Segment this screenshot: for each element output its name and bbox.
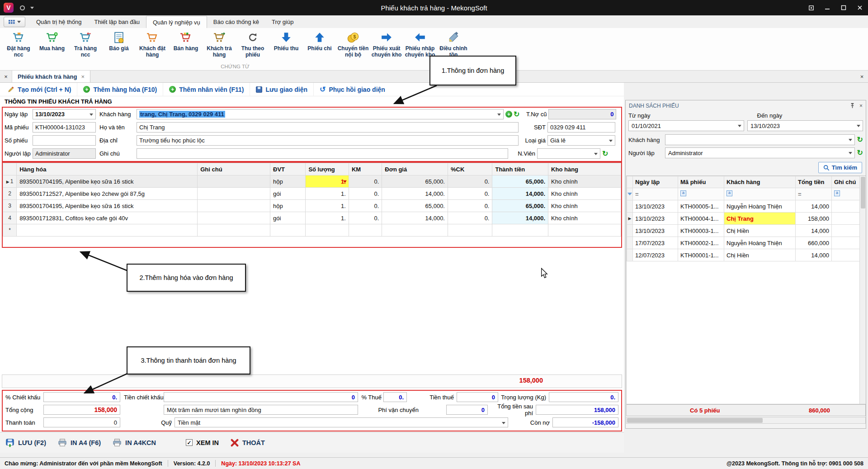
col-customer[interactable]: Khách hàng bbox=[724, 176, 796, 188]
toolbar-thu-theo-phieu[interactable]: Thu theo phiếu bbox=[236, 29, 269, 58]
toolbar-phieu-nhap-chuyen-kho[interactable]: Phiếu nhập chuyển kho bbox=[403, 29, 437, 58]
vertical-scrollbar[interactable] bbox=[859, 176, 866, 404]
close-all-tabs-button[interactable]: × bbox=[0, 71, 12, 82]
shipping-field[interactable]: 0 bbox=[446, 405, 488, 415]
maximize-button[interactable] bbox=[835, 0, 852, 15]
tab-quan-ly-nghiep-vu[interactable]: Quản lý nghiệp vụ bbox=[146, 16, 207, 28]
toolbar-khach-tra-hang[interactable]: Khách trả hàng bbox=[203, 29, 236, 58]
toolbar-khach-dat-hang[interactable]: Khách đặt hàng bbox=[136, 29, 169, 58]
toolbar-chuyen-tien-noi-bo[interactable]: $ Chuyển tiền nội bộ bbox=[336, 29, 370, 58]
col-ck[interactable]: %CK bbox=[448, 163, 492, 175]
name-field[interactable]: Chị Trang bbox=[137, 122, 519, 133]
item-row-3[interactable]: 3 8935001704195, Alpenlibe kẹo sữa 16 st… bbox=[3, 200, 621, 212]
toolbar-tra-hang-ncc[interactable]: Trả hàng ncc bbox=[69, 29, 102, 58]
note-field[interactable] bbox=[137, 148, 508, 159]
filter-row[interactable]: = = bbox=[627, 188, 860, 200]
fund-combo[interactable]: Tiền mặt bbox=[175, 417, 508, 427]
add-staff-button[interactable]: + Thêm nhân viên (F11) bbox=[163, 83, 250, 96]
chevron-down-icon[interactable] bbox=[30, 7, 34, 9]
tax-pct-field[interactable]: 0. bbox=[383, 392, 407, 402]
refresh-staff-icon[interactable]: ↻ bbox=[602, 150, 608, 157]
refresh-customer-filter-icon[interactable]: ↻ bbox=[857, 136, 863, 143]
new-item-row[interactable]: * bbox=[3, 224, 621, 237]
item-row-2[interactable]: 2 8935001712527, Alpenlibe kẹo 2chew gói… bbox=[3, 188, 621, 200]
exit-button[interactable]: THOÁT bbox=[231, 439, 265, 447]
col-note[interactable]: Ghi chú bbox=[832, 176, 860, 188]
staff-combo[interactable] bbox=[537, 148, 600, 159]
col-product[interactable]: Hàng hóa bbox=[17, 163, 198, 175]
window-title: Phiếu khách trả hàng - MekongSoft bbox=[0, 4, 868, 12]
to-date-picker[interactable]: 13/10/2023 bbox=[747, 120, 863, 131]
toolbar-bao-gia[interactable]: Báo giá bbox=[102, 29, 136, 58]
col-note[interactable]: Ghi chú bbox=[198, 163, 270, 175]
add-product-button[interactable]: + Thêm hàng hóa (F10) bbox=[77, 83, 163, 96]
tab-bao-cao-thong-ke[interactable]: Báo cáo thống kê bbox=[207, 16, 265, 28]
checkbox-checked-icon[interactable]: ✓ bbox=[186, 439, 193, 446]
toolbar-phieu-chi[interactable]: Phiếu chi bbox=[303, 29, 336, 58]
close-button[interactable] bbox=[852, 0, 868, 15]
save-layout-button[interactable]: Lưu giao diện bbox=[250, 83, 313, 96]
tabstrip-close-icon[interactable]: × bbox=[856, 71, 868, 82]
save-button[interactable]: LƯU (F2) bbox=[5, 438, 46, 447]
col-qty[interactable]: Số lượng bbox=[306, 163, 349, 175]
col-amount[interactable]: Thành tiền bbox=[492, 163, 548, 175]
panel-close-icon[interactable]: × bbox=[859, 103, 863, 109]
item-row-1[interactable]: ▶1 8935001704195, Alpenlibe kẹo sữa 16 s… bbox=[3, 175, 621, 188]
scrollbar-thumb[interactable] bbox=[861, 177, 865, 208]
receipt-row-1[interactable]: 13/10/2023 KTH00005-1... Nguyễn Hoàng Th… bbox=[627, 200, 860, 213]
restore-layout-button[interactable]: ↺ Phục hồi giao diện bbox=[313, 83, 391, 96]
new-button[interactable]: Tạo mới (Ctrl + N) bbox=[2, 83, 77, 96]
print-a4kcn-button[interactable]: IN A4KCN bbox=[113, 439, 156, 447]
discount-pct-field[interactable]: 0. bbox=[43, 392, 120, 402]
scrollbar-thumb[interactable] bbox=[627, 418, 763, 423]
item-row-4[interactable]: 4 8935001712831, Cofitos kẹo cafe gói 40… bbox=[3, 212, 621, 224]
col-price[interactable]: Đơn giá bbox=[382, 163, 448, 175]
discount-amt-field[interactable]: 0 bbox=[164, 392, 358, 402]
phone-field[interactable]: 0329 029 411 bbox=[547, 122, 615, 133]
toolbar-ban-hang[interactable]: Bán hàng bbox=[169, 29, 203, 58]
address-field[interactable]: Trường tiểu học phúc lộc bbox=[137, 135, 519, 146]
col-warehouse[interactable]: Kho hàng bbox=[548, 163, 621, 175]
app-menu-button[interactable] bbox=[4, 17, 25, 27]
receipt-row-3[interactable]: 13/10/2023 KTH00003-1... Chị Hiền 14,000 bbox=[627, 225, 860, 237]
horizontal-scrollbar[interactable] bbox=[626, 417, 866, 424]
col-code[interactable]: Mã phiếu bbox=[678, 176, 724, 188]
customer-filter-combo[interactable] bbox=[665, 134, 855, 145]
minimize-button[interactable] bbox=[819, 0, 835, 15]
toolbar-phieu-thu[interactable]: Phiếu thu bbox=[269, 29, 303, 58]
screen-fit-button[interactable] bbox=[803, 0, 819, 15]
tab-quan-tri-he-thong[interactable]: Quản trị hệ thống bbox=[30, 16, 88, 28]
customer-combo[interactable]: trang, Chị Trang, 0329 029 411 bbox=[137, 109, 504, 119]
qty-editor[interactable]: 1. bbox=[306, 175, 349, 188]
preview-checkbox[interactable]: ✓ XEM IN bbox=[186, 439, 219, 446]
receipt-row-2-selected[interactable]: ▶ 13/10/2023 KTH00004-1... Chị Trang 158… bbox=[627, 213, 860, 225]
col-km[interactable]: KM bbox=[349, 163, 382, 175]
paid-field[interactable]: 0 bbox=[43, 417, 120, 427]
col-date[interactable]: Ngày lập bbox=[633, 176, 678, 188]
refresh-customer-icon[interactable]: ↻ bbox=[514, 111, 519, 118]
tab-thiet-lap-ban-dau[interactable]: Thiết lập ban đầu bbox=[88, 16, 146, 28]
refresh-creator-filter-icon[interactable]: ↻ bbox=[857, 149, 863, 156]
tab-tro-giup[interactable]: Trợ giúp bbox=[265, 16, 300, 28]
receipt-row-5[interactable]: 12/07/2023 KTH00001-1... Chị Hiền 14,000 bbox=[627, 249, 860, 261]
number-field[interactable] bbox=[33, 135, 96, 146]
date-picker[interactable]: 13/10/2023 bbox=[33, 109, 96, 119]
creator-filter-combo[interactable]: Administrator bbox=[665, 147, 855, 158]
tab-phieu-khach-tra-hang[interactable]: Phiếu khách trả hàng × bbox=[12, 71, 90, 82]
col-unit[interactable]: ĐVT bbox=[270, 163, 306, 175]
price-type-combo[interactable]: Giá lẻ bbox=[547, 135, 615, 146]
toolbar-dat-hang-ncc[interactable]: Đặt hàng ncc bbox=[2, 29, 35, 58]
pin-icon[interactable] bbox=[849, 103, 855, 109]
toolbar-phieu-xuat-chuyen-kho[interactable]: Phiếu xuất chuyển kho bbox=[370, 29, 403, 58]
ring-icon[interactable] bbox=[20, 5, 25, 10]
add-customer-button[interactable]: + bbox=[505, 111, 512, 118]
receipt-row-4[interactable]: 17/07/2023 KTH00002-1... Nguyễn Hoàng Th… bbox=[627, 237, 860, 249]
toolbar-mua-hang[interactable]: Mua hàng bbox=[35, 29, 69, 58]
search-button[interactable]: Tìm kiếm bbox=[818, 162, 862, 173]
toolbar-dieu-chinh-ton[interactable]: Điều chỉnh tồn bbox=[437, 29, 470, 58]
from-date-picker[interactable]: 01/10/2021 bbox=[628, 120, 744, 131]
col-indicator bbox=[3, 163, 17, 175]
col-total[interactable]: Tổng tiền bbox=[796, 176, 832, 188]
print-a4-button[interactable]: IN A4 (F6) bbox=[58, 439, 101, 447]
tab-close-icon[interactable]: × bbox=[81, 73, 85, 80]
